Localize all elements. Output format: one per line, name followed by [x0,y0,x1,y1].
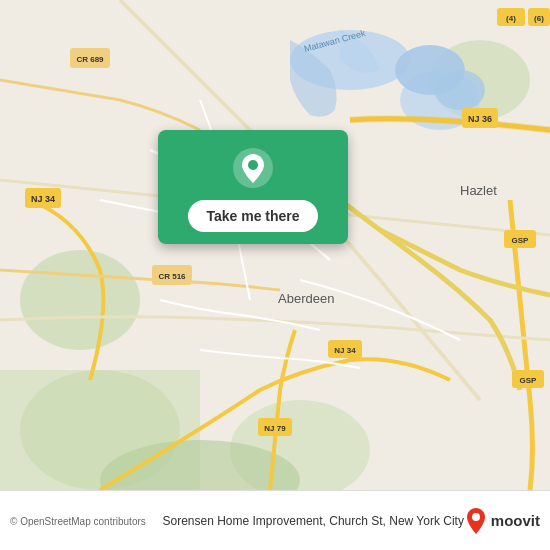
take-me-there-button[interactable]: Take me there [188,200,317,232]
business-info: Sorensen Home Improvement, Church St, Ne… [162,513,465,528]
svg-point-36 [472,513,480,521]
svg-text:(4): (4) [506,14,516,23]
svg-text:Hazlet: Hazlet [460,183,497,198]
svg-point-10 [435,70,485,110]
svg-text:GSP: GSP [520,376,538,385]
svg-point-35 [248,160,258,170]
moovit-logo: moovit [465,507,540,535]
moovit-pin-icon [465,507,487,535]
svg-text:Aberdeen: Aberdeen [278,291,334,306]
svg-point-1 [20,250,140,350]
svg-text:NJ 36: NJ 36 [468,114,492,124]
map-background: NJ 34 NJ 36 CR 689 CR 516 GSP GSP NJ 79 … [0,0,550,490]
svg-text:GSP: GSP [512,236,530,245]
location-pin-icon [231,146,275,190]
moovit-brand-text: moovit [491,512,540,529]
copyright-text: © OpenStreetMap contributors [10,516,146,527]
bottom-bar: © OpenStreetMap contributors Sorensen Ho… [0,490,550,550]
svg-text:NJ 34: NJ 34 [334,346,356,355]
svg-text:NJ 79: NJ 79 [264,424,286,433]
map-copyright: © OpenStreetMap contributors [10,515,162,527]
map-container: NJ 34 NJ 36 CR 689 CR 516 GSP GSP NJ 79 … [0,0,550,490]
svg-text:CR 689: CR 689 [76,55,104,64]
business-name: Sorensen Home Improvement, Church St, Ne… [162,514,463,528]
svg-text:CR 516: CR 516 [158,272,186,281]
svg-text:NJ 34: NJ 34 [31,194,55,204]
svg-text:(6): (6) [534,14,544,23]
location-card: Take me there [158,130,348,244]
